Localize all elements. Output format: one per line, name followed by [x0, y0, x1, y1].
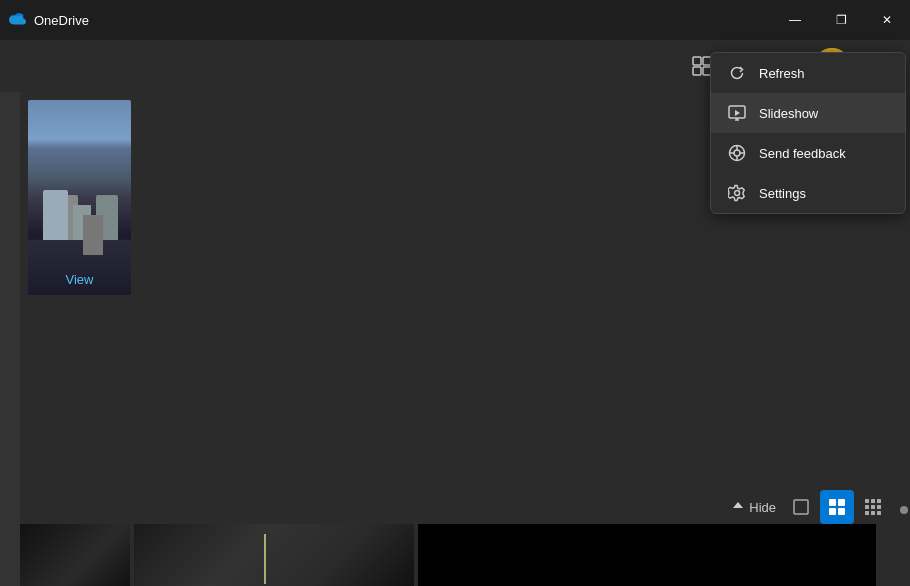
maximize-button[interactable]: ❐	[818, 0, 864, 40]
minimize-button[interactable]: —	[772, 0, 818, 40]
slideshow-label: Slideshow	[759, 106, 818, 121]
slideshow-icon	[727, 103, 747, 123]
slideshow-menu-item[interactable]: Slideshow	[711, 93, 905, 133]
svg-rect-23	[871, 505, 875, 509]
title-bar: OneDrive — ❐ ✕	[0, 0, 910, 40]
svg-rect-20	[871, 499, 875, 503]
photo-bottom-2[interactable]	[134, 524, 414, 586]
bottom-toolbar: Hide	[731, 490, 890, 524]
hide-icon	[731, 500, 745, 514]
refresh-menu-item[interactable]: Refresh	[711, 53, 905, 93]
svg-rect-27	[877, 511, 881, 515]
svg-rect-15	[829, 499, 836, 506]
send-feedback-menu-item[interactable]: Send feedback	[711, 133, 905, 173]
window-title: OneDrive	[34, 13, 89, 28]
svg-rect-26	[871, 511, 875, 515]
photo-row-bottom	[20, 524, 910, 586]
svg-rect-19	[865, 499, 869, 503]
svg-rect-24	[877, 505, 881, 509]
svg-rect-25	[865, 511, 869, 515]
settings-menu-item[interactable]: Settings	[711, 173, 905, 213]
grid-small-icon	[864, 498, 882, 516]
view-link[interactable]: View	[28, 272, 131, 287]
grid-medium-icon	[828, 498, 846, 516]
refresh-label: Refresh	[759, 66, 805, 81]
svg-rect-18	[838, 508, 845, 515]
svg-rect-17	[829, 508, 836, 515]
svg-point-32	[734, 150, 740, 156]
svg-rect-14	[794, 500, 808, 514]
photo-bottom-4	[880, 524, 910, 586]
hide-button[interactable]: Hide	[731, 500, 776, 515]
title-bar-controls: — ❐ ✕	[772, 0, 910, 40]
svg-rect-21	[877, 499, 881, 503]
svg-rect-22	[865, 505, 869, 509]
onedrive-icon	[8, 11, 26, 29]
title-bar-left: OneDrive	[8, 11, 89, 29]
svg-rect-16	[838, 499, 845, 506]
svg-rect-2	[693, 67, 701, 75]
view-toggle	[784, 490, 890, 524]
grid-medium-view-button[interactable]	[820, 490, 854, 524]
photo-bottom-3[interactable]	[418, 524, 876, 586]
hide-label: Hide	[749, 500, 776, 515]
scroll-dot	[900, 506, 908, 514]
settings-icon	[727, 183, 747, 203]
grid-small-view-button[interactable]	[856, 490, 890, 524]
close-button[interactable]: ✕	[864, 0, 910, 40]
refresh-icon	[727, 63, 747, 83]
left-sidebar	[0, 92, 20, 586]
photo-thumbnail[interactable]: View	[28, 100, 131, 295]
photo-bottom-1[interactable]	[20, 524, 130, 586]
send-feedback-label: Send feedback	[759, 146, 846, 161]
svg-rect-0	[693, 57, 701, 65]
settings-label: Settings	[759, 186, 806, 201]
send-feedback-icon	[727, 143, 747, 163]
svg-point-37	[735, 191, 740, 196]
single-view-button[interactable]	[784, 490, 818, 524]
dropdown-menu: Refresh Slideshow Send feedback	[710, 52, 906, 214]
single-view-icon	[792, 498, 810, 516]
